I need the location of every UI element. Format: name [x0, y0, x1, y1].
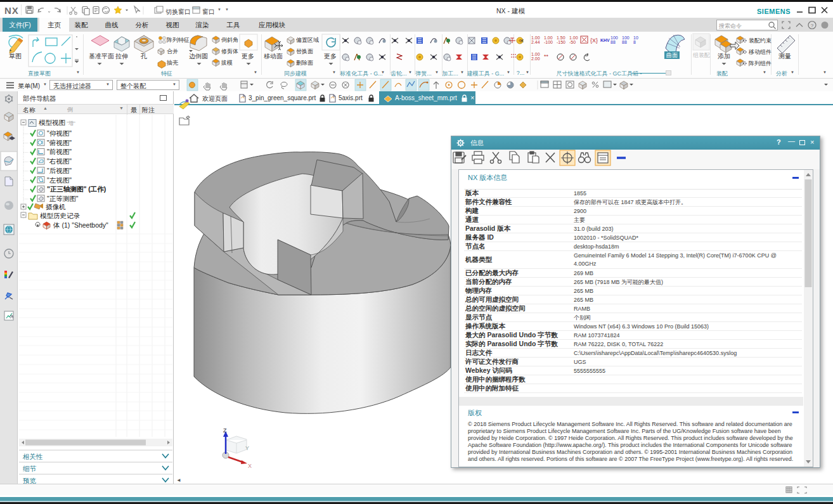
svg-text:2.44: 2.44 [531, 40, 540, 44]
svg-text:拉伸: 拉伸 [115, 53, 128, 60]
svg-text:X: X [248, 463, 252, 469]
svg-text:Z: Z [223, 427, 227, 434]
svg-text:**: ** [544, 53, 549, 60]
svg-text:"后视图": "后视图" [47, 167, 72, 174]
svg-text:组装配: 组装配 [693, 52, 710, 58]
svg-text:-50: -50 [569, 40, 576, 44]
svg-text:相关性: 相关性 [22, 453, 43, 460]
svg-text:100: 100 [610, 36, 618, 40]
svg-text:阵列特征: 阵列特征 [167, 37, 190, 43]
svg-text:基准平面: 基准平面 [89, 53, 114, 60]
svg-text:抽壳: 抽壳 [166, 60, 178, 66]
svg-text:1.00: 1.00 [531, 36, 540, 40]
svg-text:KHV: KHV [600, 38, 610, 42]
svg-text:1.00: 1.00 [531, 52, 540, 56]
svg-text:2.00: 2.00 [531, 56, 540, 61]
svg-text:草图: 草图 [9, 53, 22, 60]
svg-text:装配约束: 装配约束 [749, 37, 772, 44]
svg-text:模型视图 "增": 模型视图 "增" [39, 119, 75, 126]
svg-text:细节: 细节 [23, 465, 37, 472]
svg-text:-150: -150 [557, 40, 565, 44]
svg-text:替换面: 替换面 [296, 48, 313, 55]
svg-text:删除面: 删除面 [296, 60, 313, 66]
svg-text:-100: -100 [544, 40, 553, 44]
svg-text:曲面: 曲面 [666, 52, 678, 58]
svg-text:8: 8 [633, 40, 636, 44]
svg-text:合并: 合并 [167, 48, 178, 55]
svg-text:倒斜角: 倒斜角 [221, 37, 238, 43]
svg-text:"正等测图": "正等测图" [47, 195, 79, 202]
svg-text:移动组件: 移动组件 [748, 49, 772, 55]
svg-text:修剪体: 修剪体 [221, 48, 238, 55]
svg-text:"前视图": "前视图" [47, 148, 72, 155]
svg-text:边倒圆: 边倒圆 [189, 53, 208, 60]
svg-text:拔模: 拔模 [221, 60, 233, 66]
svg-text:10: 10 [633, 36, 638, 40]
svg-text:{X}: {X} [590, 37, 598, 44]
svg-text:1.00: 1.00 [544, 36, 553, 40]
svg-text:88: 88 [610, 40, 616, 44]
svg-text:"俯视图": "俯视图" [47, 139, 72, 146]
svg-text:孔: 孔 [140, 53, 147, 60]
svg-text:测量: 测量 [778, 53, 791, 60]
svg-text:阵列组件: 阵列组件 [749, 60, 772, 67]
svg-text:偏置区域: 偏置区域 [295, 37, 319, 43]
svg-text:体 (1) "Sheetbody": 体 (1) "Sheetbody" [53, 221, 108, 229]
svg-text:?: ? [811, 23, 814, 29]
svg-text:1.50: 1.50 [557, 36, 565, 40]
svg-text:更多: 更多 [242, 53, 254, 60]
svg-text:1.00: 1.00 [569, 36, 578, 40]
svg-text:移动面: 移动面 [264, 53, 283, 60]
svg-text:Y: Y [245, 445, 249, 451]
svg-text:更多: 更多 [324, 53, 337, 60]
svg-text:"左视图": "左视图" [47, 176, 72, 184]
svg-text:"仰视图": "仰视图" [47, 129, 72, 137]
svg-text:100: 100 [622, 36, 630, 40]
svg-text:×: × [520, 37, 524, 44]
svg-text:"右视图": "右视图" [47, 157, 72, 165]
svg-text:添加: 添加 [718, 53, 730, 60]
svg-text:"正三轴测图" (工作): "正三轴测图" (工作) [47, 185, 106, 193]
svg-text:模型历史记录: 模型历史记录 [40, 212, 81, 219]
svg-text:摄像机: 摄像机 [46, 203, 66, 210]
svg-text:88: 88 [622, 40, 627, 44]
svg-text:预览: 预览 [23, 477, 37, 484]
